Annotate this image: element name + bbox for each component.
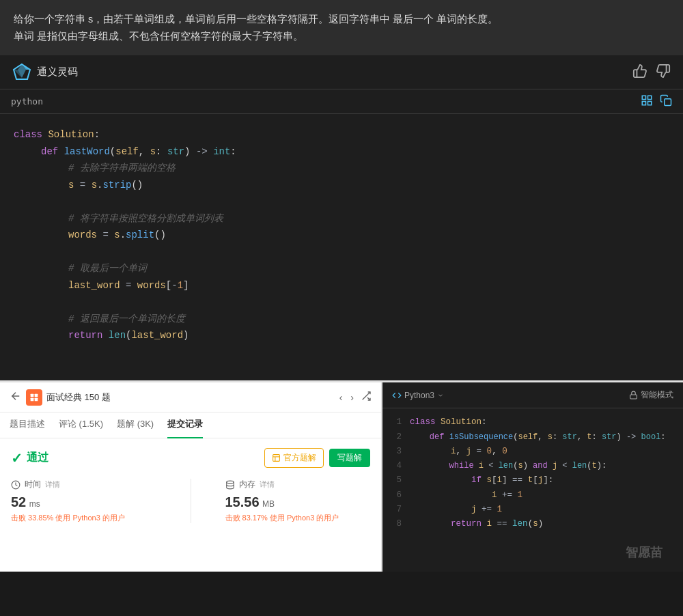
- svg-rect-4: [642, 96, 645, 99]
- submission-content: ✓ 通过 官方题解 写题解: [0, 438, 381, 572]
- line-num-4: 4: [392, 459, 402, 473]
- time-label: 时间 详情: [11, 479, 156, 490]
- right-panel: Python3 智能模式 1 class Solution: 2 def isS…: [382, 382, 683, 572]
- mem-label: 内存 详情: [225, 479, 371, 490]
- mem-label-text: 内存: [239, 479, 255, 490]
- tongyi-logo-icon: [12, 63, 31, 82]
- svg-rect-10: [35, 393, 38, 397]
- line-num-5: 5: [392, 473, 402, 488]
- time-stat: 时间 详情 52 ms 击败 33.85% 使用 Python3 的用户: [11, 479, 156, 523]
- line-num-7: 7: [392, 503, 402, 517]
- svg-rect-6: [642, 101, 645, 104]
- code-line-3: 3 i, j = 0, 0: [392, 445, 673, 459]
- stats-row: 时间 详情 52 ms 击败 33.85% 使用 Python3 的用户: [11, 479, 370, 523]
- official-label: 官方题解: [283, 452, 316, 464]
- tab-submissions[interactable]: 提交记录: [167, 412, 203, 438]
- lang-selector[interactable]: Python3: [392, 391, 444, 400]
- next-button[interactable]: ›: [348, 391, 357, 404]
- description-area: 给你一个字符串 s，由若干单词组成，单词前后用一些空格字符隔开。返回字符串中 最…: [0, 0, 683, 55]
- bottom-section: 面试经典 150 题 ‹ › 题目描述 评论 (1.5K) 题解 (3K) 提交…: [0, 380, 683, 572]
- code-line-5: 5 if s[i] == t[j]:: [392, 473, 673, 488]
- nav-title: 面试经典 150 题: [46, 391, 333, 404]
- description-line1: 给你一个字符串 s，由若干单词组成，单词前后用一些空格字符隔开。返回字符串中 最…: [14, 11, 669, 28]
- pass-icon: ✓: [11, 450, 23, 466]
- line-num-3: 3: [392, 445, 402, 459]
- code-line-1: 1 class Solution:: [392, 415, 673, 430]
- code-content-3: i, j = 0, 0: [410, 445, 673, 459]
- svg-rect-7: [648, 101, 652, 104]
- shuffle-button[interactable]: [361, 391, 372, 404]
- nav-bar: 面试经典 150 题 ‹ ›: [0, 382, 381, 412]
- code-lang-bar: python: [0, 89, 683, 114]
- code-content-5: if s[i] == t[j]:: [410, 473, 673, 488]
- format-icon[interactable]: [641, 94, 653, 109]
- code-content-7: j += 1: [410, 503, 673, 517]
- svg-rect-12: [35, 397, 38, 401]
- mem-detail-link[interactable]: 详情: [260, 479, 275, 490]
- svg-rect-20: [630, 395, 637, 399]
- tongyi-actions: [632, 64, 671, 81]
- tab-description[interactable]: 题目描述: [10, 412, 45, 438]
- smart-mode: 智能模式: [629, 389, 673, 401]
- back-icon[interactable]: [10, 390, 22, 405]
- time-unit: ms: [29, 499, 40, 509]
- lang-label: Python3: [404, 391, 434, 400]
- code-line-8: 8 return i == len(s): [392, 517, 673, 531]
- code-content-8: return i == len(s): [410, 517, 673, 531]
- tongyi-header: 通义灵码: [0, 55, 683, 89]
- pass-row: ✓ 通过 官方题解 写题解: [11, 448, 370, 468]
- time-value: 52: [11, 494, 26, 509]
- time-sub: 击败 33.85% 使用 Python3 的用户: [11, 513, 156, 523]
- code-line-7: 7 j += 1: [392, 503, 673, 517]
- mode-label: 智能模式: [641, 389, 673, 401]
- platform-logo: [26, 389, 42, 406]
- svg-rect-11: [31, 397, 34, 401]
- time-value-row: 52 ms: [11, 494, 156, 510]
- tongyi-logo: 通义灵码: [12, 63, 78, 82]
- code-content-6: i += 1: [410, 488, 673, 503]
- svg-rect-15: [273, 455, 280, 462]
- code-line-2: 2 def isSubsequence(self, s: str, t: str…: [392, 430, 673, 445]
- line-num-8: 8: [392, 517, 402, 531]
- svg-rect-9: [31, 393, 34, 397]
- line-num-1: 1: [392, 415, 402, 430]
- pass-label: ✓ 通过: [11, 450, 48, 466]
- code-content-1: class Solution:: [410, 415, 673, 430]
- nav-arrows: ‹ ›: [337, 391, 357, 404]
- thumbup-button[interactable]: [632, 64, 647, 81]
- mem-value: 15.56: [225, 494, 260, 509]
- tab-comments[interactable]: 评论 (1.5K): [59, 412, 103, 438]
- btn-group: 官方题解 写题解: [264, 448, 370, 468]
- mem-unit: MB: [262, 499, 275, 509]
- prev-button[interactable]: ‹: [337, 391, 346, 404]
- svg-point-19: [226, 481, 234, 484]
- time-detail-link[interactable]: 详情: [45, 479, 60, 490]
- left-panel: 面试经典 150 题 ‹ › 题目描述 评论 (1.5K) 题解 (3K) 提交…: [0, 382, 382, 572]
- thumbdown-button[interactable]: [656, 64, 671, 81]
- code-line-6: 6 i += 1: [392, 488, 673, 503]
- code-content-4: while i < len(s) and j < len(t):: [410, 459, 673, 473]
- tongyi-name: 通义灵码: [37, 66, 78, 79]
- mem-sub: 击败 83.17% 使用 Python3 的用户: [225, 513, 371, 523]
- line-num-6: 6: [392, 488, 402, 503]
- svg-rect-5: [648, 96, 652, 99]
- code-line-4: 4 while i < len(s) and j < len(t):: [392, 459, 673, 473]
- official-solution-button[interactable]: 官方题解: [264, 448, 324, 468]
- stat-divider: [191, 479, 191, 523]
- code-actions: [641, 94, 672, 109]
- mem-stat: 内存 详情 15.56 MB 击败 83.17% 使用 Python3 的用户: [225, 479, 371, 523]
- tab-solutions[interactable]: 题解 (3K): [117, 412, 154, 438]
- code-lang-label: python: [11, 96, 43, 107]
- write-solution-button[interactable]: 写题解: [329, 449, 370, 467]
- time-label-text: 时间: [25, 479, 41, 490]
- line-num-2: 2: [392, 430, 402, 445]
- tabs-bar: 题目描述 评论 (1.5K) 题解 (3K) 提交记录: [0, 412, 381, 438]
- copy-icon[interactable]: [660, 94, 672, 109]
- code-content-2: def isSubsequence(self, s: str, t: str) …: [410, 430, 673, 445]
- svg-rect-8: [665, 99, 671, 106]
- right-header: Python3 智能模式: [382, 382, 683, 408]
- description-line2: 单词 是指仅由字母组成、不包含任何空格字符的最大子字符串。: [14, 28, 669, 45]
- right-code: 1 class Solution: 2 def isSubsequence(se…: [382, 408, 683, 572]
- pass-text: 通过: [27, 451, 48, 465]
- code-block: class Solution: def lastWord(self, s: st…: [0, 114, 683, 380]
